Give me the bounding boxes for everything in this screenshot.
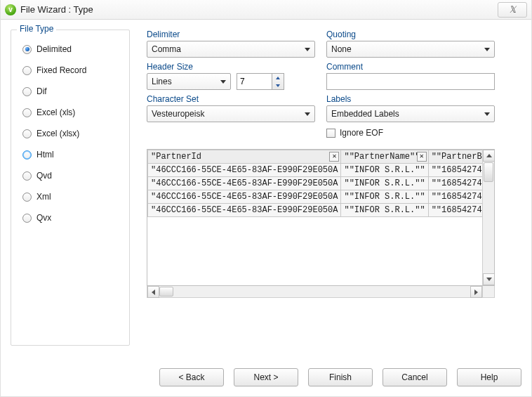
file-type-qvx[interactable]: Qvx [22, 213, 122, 223]
column-header[interactable]: ""PartnerBillabl [428, 150, 482, 164]
spinner-up[interactable] [272, 74, 284, 82]
file-type-excel-xls[interactable]: Excel (xls) [22, 108, 122, 117]
charset-label: Character Set [147, 94, 315, 104]
column-header[interactable]: "PartnerId ✕ [148, 150, 341, 164]
table-cell: ""INFOR S.R.L."" [341, 204, 428, 217]
table-row[interactable]: "46CCC166-55CE-4E65-83AF-E990F29E050A""I… [148, 204, 483, 217]
radio-icon [22, 214, 32, 223]
radio-icon [22, 66, 32, 75]
chevron-down-icon [220, 80, 226, 84]
file-type-label: File Type [17, 24, 56, 34]
radio-label: Dif [36, 86, 47, 96]
content-area: File Type Delimited Fixed Record Dif Exc… [1, 20, 531, 350]
header-size-input[interactable] [237, 73, 272, 90]
radio-icon [22, 171, 32, 181]
comment-label: Comment [326, 62, 495, 72]
quoting-label: Quoting [326, 30, 495, 39]
file-type-fixed-record[interactable]: Fixed Record [22, 65, 122, 75]
checkbox-icon [326, 129, 335, 138]
radio-label: Html [36, 150, 54, 160]
comment-input[interactable] [326, 73, 495, 90]
table-cell: "46CCC166-55CE-4E65-83AF-E990F29E050A [148, 164, 341, 177]
close-button[interactable]: 𝕏 [498, 2, 527, 18]
radio-label: Excel (xls) [36, 108, 75, 117]
table-cell: ""INFOR S.R.L."" [341, 190, 428, 204]
finish-button[interactable]: Finish [308, 368, 373, 386]
radio-label: Xml [36, 192, 51, 202]
table-cell: "46CCC166-55CE-4E65-83AF-E990F29E050A [148, 204, 341, 217]
charset-select[interactable]: Vesteuropeisk [147, 105, 315, 122]
scroll-thumb[interactable] [159, 287, 173, 297]
table-cell: ""INFOR S.R.L."" [341, 164, 428, 177]
table-cell: ""1685427492"" [428, 177, 482, 190]
vertical-scrollbar[interactable] [482, 150, 494, 285]
radio-icon [22, 150, 32, 160]
scroll-up-icon[interactable] [483, 150, 495, 162]
radio-label: Delimited [36, 44, 72, 54]
table-cell: ""1685427492"" [428, 164, 482, 177]
wizard-buttons: < Back Next > Finish Cancel Help [159, 368, 521, 386]
app-icon: v [5, 4, 16, 15]
column-remove-icon[interactable]: ✕ [329, 152, 339, 162]
chevron-down-icon [484, 48, 490, 51]
header-size-unit: Lines [152, 77, 172, 86]
radio-icon [22, 87, 32, 96]
chevron-down-icon [305, 48, 310, 51]
radio-icon [22, 108, 32, 117]
header-size-unit-select[interactable]: Lines [147, 73, 231, 90]
file-type-delimited[interactable]: Delimited [22, 44, 122, 54]
charset-value: Vesteuropeisk [152, 109, 204, 119]
table-row[interactable]: "46CCC166-55CE-4E65-83AF-E990F29E050A""I… [148, 190, 483, 204]
scroll-left-icon[interactable] [147, 286, 159, 298]
file-type-html[interactable]: Html [22, 150, 122, 160]
file-type-group: File Type Delimited Fixed Record Dif Exc… [11, 30, 130, 346]
column-header[interactable]: ""PartnerName"" ✕ [341, 150, 428, 164]
ignore-eof-label: Ignore EOF [340, 128, 383, 138]
scroll-down-icon[interactable] [483, 273, 495, 285]
radio-icon [22, 129, 32, 138]
table-row[interactable]: "46CCC166-55CE-4E65-83AF-E990F29E050A""I… [148, 164, 483, 177]
table-cell: ""1685427492"" [428, 190, 482, 204]
preview-area: "PartnerId ✕ ""PartnerName"" ✕ ""Partner… [147, 149, 495, 298]
help-button[interactable]: Help [457, 368, 521, 386]
table-cell: "46CCC166-55CE-4E65-83AF-E990F29E050A [148, 190, 341, 204]
cancel-button[interactable]: Cancel [383, 368, 447, 386]
quoting-select[interactable]: None [326, 41, 495, 58]
spinner-down[interactable] [272, 82, 284, 89]
delimiter-select[interactable]: Comma [147, 41, 315, 58]
chevron-down-icon [305, 112, 310, 116]
next-button[interactable]: Next > [234, 368, 298, 386]
ignore-eof-checkbox[interactable]: Ignore EOF [326, 128, 495, 138]
chevron-down-icon [484, 112, 490, 116]
table-cell: ""1685427492"" [428, 204, 482, 217]
radio-label: Qvd [36, 171, 52, 181]
radio-label: Excel (xlsx) [36, 129, 79, 138]
header-size-spinner[interactable] [237, 73, 284, 90]
table-row[interactable]: "46CCC166-55CE-4E65-83AF-E990F29E050A""I… [148, 177, 483, 190]
delimiter-label: Delimiter [147, 30, 315, 39]
labels-label: Labels [326, 94, 495, 104]
labels-value: Embedded Labels [331, 109, 399, 119]
titlebar: v File Wizard : Type 𝕏 [1, 0, 531, 20]
scroll-thumb[interactable] [484, 162, 493, 182]
delimiter-value: Comma [152, 44, 181, 54]
radio-label: Qvx [36, 213, 51, 223]
file-type-qvd[interactable]: Qvd [22, 171, 122, 181]
labels-select[interactable]: Embedded Labels [326, 105, 495, 122]
header-size-label: Header Size [147, 62, 315, 72]
scroll-right-icon[interactable] [470, 286, 482, 298]
back-button[interactable]: < Back [159, 368, 224, 386]
quoting-value: None [331, 44, 352, 54]
file-type-xml[interactable]: Xml [22, 192, 122, 202]
file-type-excel-xlsx[interactable]: Excel (xlsx) [22, 129, 122, 138]
horizontal-scrollbar[interactable] [147, 286, 495, 298]
table-cell: "46CCC166-55CE-4E65-83AF-E990F29E050A [148, 177, 341, 190]
file-wizard-window: v File Wizard : Type 𝕏 File Type Delimit… [0, 0, 532, 397]
radio-label: Fixed Record [36, 65, 86, 75]
table-cell: ""INFOR S.R.L."" [341, 177, 428, 190]
file-type-dif[interactable]: Dif [22, 86, 122, 96]
settings-form: Delimiter Comma Quoting None Header Size… [130, 30, 521, 346]
preview-grid[interactable]: "PartnerId ✕ ""PartnerName"" ✕ ""Partner… [147, 150, 482, 285]
column-remove-icon[interactable]: ✕ [417, 152, 427, 162]
radio-icon [22, 193, 32, 202]
